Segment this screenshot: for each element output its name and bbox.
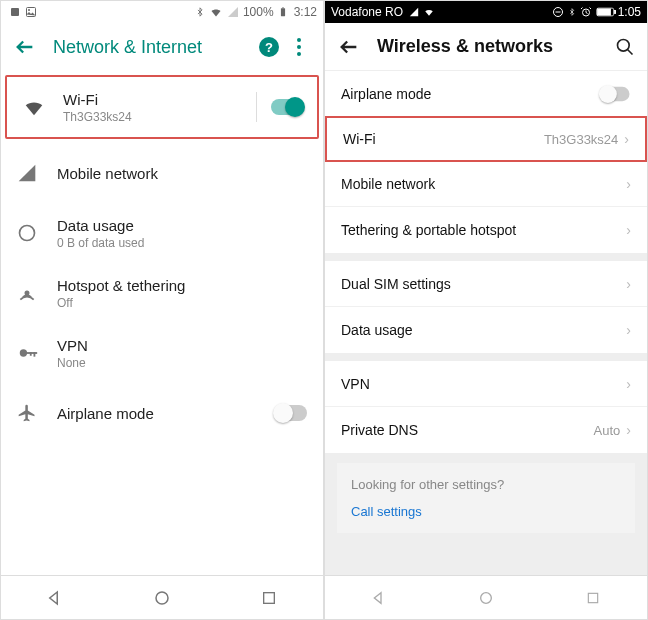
svg-rect-16 — [597, 9, 610, 15]
navbar-left — [1, 575, 323, 619]
row-dns[interactable]: Private DNS Auto › — [325, 407, 647, 453]
notif-icon — [9, 6, 21, 18]
back-button[interactable] — [13, 35, 37, 59]
row-mobile-title: Mobile network — [57, 165, 307, 182]
nav-home[interactable] — [476, 588, 496, 608]
svg-rect-12 — [264, 592, 275, 603]
appbar-right: Wireless & networks — [325, 23, 647, 71]
footer-box: Looking for other settings? Call setting… — [337, 463, 635, 533]
row-vpn-title: VPN — [57, 337, 307, 354]
page-title: Network & Internet — [53, 37, 202, 58]
row-tether[interactable]: Tethering & portable hotspot › — [325, 207, 647, 253]
row-vpn-title: VPN — [341, 376, 370, 392]
vpn-key-icon — [17, 342, 39, 364]
svg-point-19 — [481, 592, 492, 603]
carrier-label: Vodafone RO — [331, 5, 403, 19]
nav-recents[interactable] — [583, 588, 603, 608]
search-icon[interactable] — [615, 37, 635, 57]
row-vpn[interactable]: VPN None — [1, 323, 323, 383]
row-tether-title: Tethering & portable hotspot — [341, 222, 516, 238]
row-vpn-sub: None — [57, 356, 307, 370]
row-wifi-title: Wi-Fi — [63, 91, 256, 108]
svg-rect-0 — [11, 8, 19, 16]
row-data-title: Data usage — [341, 322, 413, 338]
hotspot-icon — [17, 283, 37, 303]
row-airplane-title: Airplane mode — [57, 405, 277, 422]
svg-point-5 — [20, 226, 35, 241]
row-data[interactable]: Data usage › — [325, 307, 647, 353]
status-bar-left: 100% 3:12 — [1, 1, 323, 23]
status-bar-right: Vodafone RO 1:05 — [325, 1, 647, 23]
svg-rect-10 — [30, 352, 32, 356]
help-icon[interactable]: ? — [259, 37, 279, 57]
clock: 3:12 — [294, 5, 317, 19]
data-usage-icon — [17, 223, 37, 243]
airplane-toggle[interactable] — [603, 86, 630, 100]
dnd-icon — [552, 6, 564, 18]
clock: 1:05 — [618, 5, 641, 19]
svg-point-7 — [20, 349, 27, 356]
svg-rect-4 — [282, 7, 284, 8]
row-data-sub: 0 B of data used — [57, 236, 307, 250]
chevron-right-icon: › — [624, 131, 629, 147]
appbar-left: Network & Internet ? — [1, 23, 323, 71]
image-icon — [25, 6, 37, 18]
row-mobile[interactable]: Mobile network › — [325, 161, 647, 207]
svg-rect-20 — [589, 593, 598, 602]
row-wifi-sub: Th3G33ks24 — [63, 110, 256, 124]
svg-point-6 — [25, 291, 28, 294]
row-wifi-val: Th3G33ks24 — [544, 132, 618, 147]
wifi-icon — [209, 6, 223, 18]
row-mobile[interactable]: Mobile network — [1, 143, 323, 203]
back-button[interactable] — [337, 35, 361, 59]
battery-pct: 100% — [243, 5, 274, 19]
bluetooth-icon — [195, 5, 205, 19]
signal-icon — [227, 6, 239, 18]
chevron-right-icon: › — [626, 176, 631, 192]
nav-back[interactable] — [369, 588, 389, 608]
row-wifi-title: Wi-Fi — [343, 131, 376, 147]
row-airplane[interactable]: Airplane mode — [1, 383, 323, 443]
row-data-title: Data usage — [57, 217, 307, 234]
battery-icon — [278, 5, 288, 19]
airplane-toggle[interactable] — [277, 405, 307, 421]
row-wifi[interactable]: Wi-Fi Th3G33ks24 › — [325, 116, 647, 162]
row-hotspot[interactable]: Hotspot & tethering Off — [1, 263, 323, 323]
signal-icon — [17, 163, 37, 183]
row-airplane-title: Airplane mode — [341, 86, 431, 102]
svg-point-11 — [156, 592, 168, 604]
wifi-toggle[interactable] — [271, 99, 301, 115]
footer-question: Looking for other settings? — [351, 477, 621, 492]
svg-rect-17 — [614, 10, 616, 13]
row-hotspot-sub: Off — [57, 296, 307, 310]
call-settings-link[interactable]: Call settings — [351, 504, 621, 519]
svg-rect-9 — [34, 352, 36, 357]
chevron-right-icon: › — [626, 322, 631, 338]
page-title: Wireless & networks — [377, 36, 553, 57]
row-mobile-title: Mobile network — [341, 176, 435, 192]
signal-icon — [409, 7, 419, 17]
row-vpn[interactable]: VPN › — [325, 361, 647, 407]
chevron-right-icon: › — [626, 222, 631, 238]
chevron-right-icon: › — [626, 376, 631, 392]
row-airplane[interactable]: Airplane mode — [325, 71, 647, 117]
wifi-icon — [23, 96, 45, 118]
alarm-icon — [580, 6, 592, 18]
row-wifi[interactable]: Wi-Fi Th3G33ks24 — [7, 77, 317, 137]
row-hotspot-title: Hotspot & tethering — [57, 277, 307, 294]
battery-icon — [596, 7, 616, 17]
navbar-right — [325, 575, 647, 619]
row-sim[interactable]: Dual SIM settings › — [325, 261, 647, 307]
row-dns-title: Private DNS — [341, 422, 418, 438]
row-dns-val: Auto — [594, 423, 621, 438]
nav-back[interactable] — [45, 588, 65, 608]
bluetooth-icon — [568, 6, 576, 18]
wifi-icon — [423, 7, 435, 17]
svg-rect-3 — [281, 8, 285, 16]
more-menu-icon[interactable] — [287, 35, 311, 59]
row-data-usage[interactable]: Data usage 0 B of data used — [1, 203, 323, 263]
row-sim-title: Dual SIM settings — [341, 276, 451, 292]
nav-home[interactable] — [152, 588, 172, 608]
svg-point-18 — [618, 39, 630, 51]
nav-recents[interactable] — [259, 588, 279, 608]
